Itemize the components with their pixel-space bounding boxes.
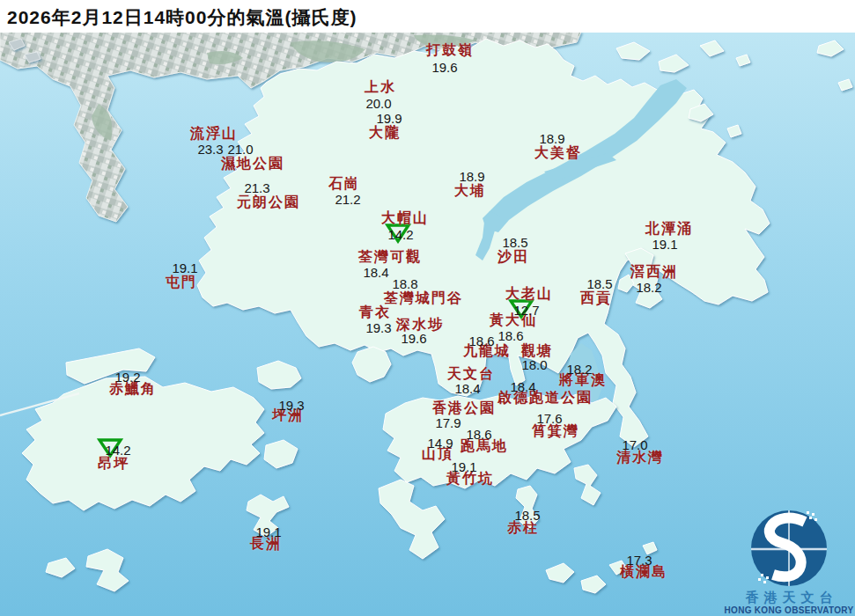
station-name: 元朗公園 bbox=[237, 195, 300, 209]
station-temperature-value: 12.7 bbox=[513, 304, 539, 317]
station-temperature-value: 19.1 bbox=[652, 238, 677, 251]
station-name: 大美督 bbox=[534, 146, 582, 160]
station-name: 濕地公園 bbox=[221, 157, 284, 171]
station-temperature-value: 14.9 bbox=[427, 436, 453, 450]
station-temperature-value: 18.8 bbox=[392, 277, 417, 290]
station-name: 打鼓嶺 bbox=[426, 43, 474, 57]
station-temperature-value: 17.9 bbox=[435, 416, 461, 429]
hko-logo: 香港天文台 HONG KONG OBSERVATORY bbox=[724, 508, 854, 616]
station-name: 滘西洲 bbox=[630, 265, 678, 279]
hko-temperature-map-screen: 打鼓嶺19.6上水20.0流浮山23.3濕地公園21.0大隴19.9大美督18.… bbox=[0, 0, 855, 616]
station-temperature-value: 21.2 bbox=[335, 193, 360, 206]
station-temperature-value: 19.3 bbox=[365, 321, 391, 334]
station-temperature-value: 18.6 bbox=[466, 428, 491, 441]
station-temperature-value: 19.1 bbox=[255, 525, 281, 539]
station-temperature-value: 23.3 bbox=[197, 143, 223, 156]
station-temperature-value: 18.9 bbox=[459, 170, 484, 183]
station-name: 荃灣城門谷 bbox=[384, 291, 463, 305]
title-bar: 2026年2月12日14時00分的氣溫(攝氏度) bbox=[0, 0, 855, 33]
station-temperature-value: 21.0 bbox=[227, 143, 253, 156]
station-temperature-value: 18.5 bbox=[502, 236, 527, 249]
station-temperature-value: 18.4 bbox=[510, 380, 535, 393]
station-name: 清水灣 bbox=[616, 451, 664, 465]
station-name: 西貢 bbox=[580, 291, 612, 305]
station-name: 赤柱 bbox=[507, 521, 539, 535]
station-name: 荃灣可觀 bbox=[358, 250, 422, 264]
station-temperature-value: 19.2 bbox=[114, 370, 140, 384]
station-temperature-value: 19.1 bbox=[451, 460, 476, 473]
station-temperature-value: 18.2 bbox=[566, 363, 592, 376]
station-temperature-value: 20.0 bbox=[365, 97, 391, 110]
station-temperature-value: 21.3 bbox=[244, 181, 269, 194]
station-temperature-value: 18.6 bbox=[468, 334, 494, 348]
station-name: 筲箕灣 bbox=[532, 424, 579, 438]
station-temperature-value: 19.9 bbox=[376, 112, 402, 125]
station-temperature-value: 18.5 bbox=[586, 277, 612, 290]
hko-emblem-icon bbox=[748, 508, 829, 589]
station-temperature-value: 14.2 bbox=[105, 444, 130, 457]
hko-logo-chinese: 香港天文台 bbox=[724, 590, 854, 605]
station-name: 天文台 bbox=[447, 367, 495, 381]
station-name: 香港公園 bbox=[432, 401, 496, 415]
station-temperature-value: 17.3 bbox=[626, 554, 652, 567]
station-temperature-value: 18.0 bbox=[521, 358, 547, 371]
station-temperature-value: 18.5 bbox=[514, 509, 540, 522]
station-temperature-value: 18.9 bbox=[539, 132, 564, 145]
station-temperature-value: 18.2 bbox=[636, 281, 661, 294]
station-name: 石崗 bbox=[328, 177, 360, 191]
station-name: 流浮山 bbox=[190, 127, 238, 141]
station-name: 北潭涌 bbox=[645, 222, 693, 236]
station-temperature-value: 18.4 bbox=[454, 382, 480, 395]
station-name: 大隴 bbox=[369, 126, 401, 140]
station-name: 大帽山 bbox=[381, 211, 429, 225]
station-temperature-value: 17.6 bbox=[536, 412, 562, 425]
station-temperature-value: 19.3 bbox=[278, 399, 304, 412]
station-name: 昂坪 bbox=[98, 457, 129, 471]
station-name: 大埔 bbox=[454, 184, 486, 198]
station-temperature-value: 14.2 bbox=[387, 228, 413, 241]
station-name: 屯門 bbox=[166, 275, 197, 290]
station-temperature-value: 18.4 bbox=[363, 266, 388, 279]
station-name: 上水 bbox=[365, 80, 396, 94]
page-title: 2026年2月12日14時00分的氣溫(攝氏度) bbox=[7, 5, 357, 30]
hko-logo-english: HONG KONG OBSERVATORY bbox=[724, 605, 854, 616]
station-temperature-value: 19.1 bbox=[172, 261, 197, 275]
station-name: 大老山 bbox=[505, 287, 553, 301]
station-name: 青衣 bbox=[359, 305, 391, 319]
station-temperature-value: 17.0 bbox=[622, 438, 647, 451]
station-temperature-value: 18.6 bbox=[498, 329, 523, 342]
station-name: 沙田 bbox=[498, 250, 529, 264]
station-temperature-value: 19.6 bbox=[431, 61, 457, 74]
station-temperature-value: 19.6 bbox=[401, 332, 426, 345]
